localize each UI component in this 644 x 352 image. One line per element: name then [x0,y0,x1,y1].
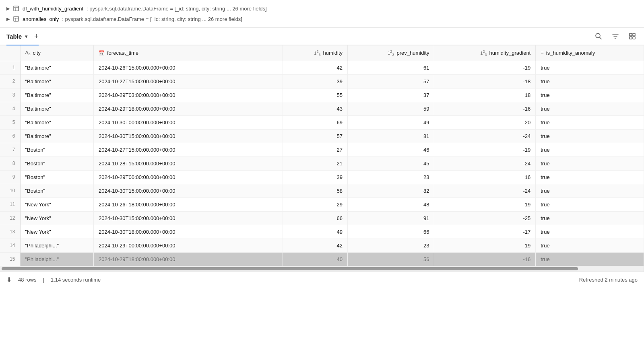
table-row: 11"New York"2024-10-26T18:00:00.000+00:0… [0,198,644,211]
cell-forecast-time: 2024-10-30T15:00:00.000+00:00 [94,211,283,225]
cell-forecast-time: 2024-10-27T15:00:00.000+00:00 [94,74,283,88]
cell-city: "Baltimore" [20,74,94,88]
df-name-1: df_with_humidity_gradient [23,6,83,12]
cell-humidity: 42 [283,61,348,74]
cell-forecast-time: 2024-10-30T00:00:00.000+00:00 [94,115,283,129]
svg-rect-0 [14,6,19,11]
cell-index: 3 [0,88,20,102]
cell-index: 9 [0,170,20,184]
table-view-label: Table [6,33,22,40]
table-row: 1"Baltimore"2024-10-26T15:00:00.000+00:0… [0,61,644,74]
table-row: 13"New York"2024-10-30T18:00:00.000+00:0… [0,225,644,239]
cell-index: 1 [0,61,20,74]
forecast-col-icon: 📅 [99,50,105,56]
cell-city: "Philadelphi..." [20,252,94,266]
cell-prev-humidity: 23 [348,239,434,252]
search-button[interactable] [593,31,604,41]
layout-button[interactable] [627,31,638,41]
cell-index: 14 [0,239,20,252]
col-header-forecast-time[interactable]: 📅 forecast_time [94,45,283,61]
cell-humidity: 57 [283,129,348,143]
table-row: 9"Boston"2024-10-29T00:00:00.000+00:0039… [0,170,644,184]
cell-humidity-gradient: 18 [434,88,536,102]
df-table-icon-1 [13,5,19,12]
cell-index: 6 [0,129,20,143]
cell-forecast-time: 2024-10-30T15:00:00.000+00:00 [94,129,283,143]
cell-humidity-gradient: -24 [434,129,536,143]
cell-forecast-time: 2024-10-30T18:00:00.000+00:00 [94,225,283,239]
cell-is-humidity-anomaly: true [536,211,644,225]
toolbar-right [593,31,638,41]
cell-is-humidity-anomaly: true [536,225,644,239]
cell-index: 8 [0,156,20,170]
cell-forecast-time: 2024-10-30T15:00:00.000+00:00 [94,184,283,198]
view-dropdown-button[interactable]: ▾ [23,33,29,40]
cell-humidity-gradient: 20 [434,115,536,129]
cell-index: 5 [0,115,20,129]
df-type-1: : pyspark.sql.dataframe.DataFrame = [_id… [87,6,267,12]
cell-is-humidity-anomaly: true [536,170,644,184]
svg-rect-11 [633,37,635,39]
col-label-humidity: humidity [323,50,343,56]
cell-humidity: 39 [283,170,348,184]
col-label-prev-humidity: prev_humidity [396,50,429,56]
col-header-index [0,45,20,61]
humidity-col-icon: 123 [314,49,320,57]
city-col-icon: Ac [25,50,31,56]
footer-separator: | [43,277,44,283]
cell-city: "New York" [20,211,94,225]
table-row: 7"Boston"2024-10-27T15:00:00.000+00:0027… [0,143,644,156]
cell-forecast-time: 2024-10-29T18:00:00.000+00:00 [94,252,283,266]
cell-index: 7 [0,143,20,156]
filter-button[interactable] [610,31,621,41]
col-header-humidity[interactable]: 123 humidity [283,45,348,61]
df-table-icon-2 [13,16,19,22]
col-label-is-humidity-anomaly: is_humidity_anomaly [546,50,595,56]
cell-city: "Philadelphi..." [20,239,94,252]
svg-line-7 [600,37,602,39]
cell-humidity: 55 [283,88,348,102]
cell-city: "Boston" [20,170,94,184]
cell-prev-humidity: 45 [348,156,434,170]
cell-humidity-gradient: -17 [434,225,536,239]
df-row-1: ▶ df_with_humidity_gradient : pyspark.sq… [6,3,638,14]
col-header-city[interactable]: Ac city [20,45,94,61]
cell-city: "Baltimore" [20,102,94,115]
cell-index: 12 [0,211,20,225]
table-container[interactable]: Ac city 📅 forecast_time 123 humidity [0,45,644,272]
cell-humidity: 69 [283,115,348,129]
cell-humidity-gradient: -24 [434,156,536,170]
cell-is-humidity-anomaly: true [536,115,644,129]
footer: ⬇ 48 rows | 1.14 seconds runtime Refresh… [0,272,644,288]
df-expand-arrow-1[interactable]: ▶ [6,6,10,11]
cell-city: "Boston" [20,184,94,198]
row-count: 48 rows [18,277,37,283]
cell-forecast-time: 2024-10-26T15:00:00.000+00:00 [94,61,283,74]
cell-city: "Baltimore" [20,88,94,102]
cell-prev-humidity: 57 [348,74,434,88]
table-row: 6"Baltimore"2024-10-30T15:00:00.000+00:0… [0,129,644,143]
refreshed-info: Refreshed 2 minutes ago [579,277,638,283]
cell-is-humidity-anomaly: true [536,156,644,170]
add-view-button[interactable]: + [31,32,42,41]
cell-city: "Boston" [20,156,94,170]
cell-index: 10 [0,184,20,198]
table-row: 5"Baltimore"2024-10-30T00:00:00.000+00:0… [0,115,644,129]
footer-left: ⬇ 48 rows | 1.14 seconds runtime [6,276,101,284]
col-header-humidity-gradient[interactable]: 123 humidity_gradient [434,45,536,61]
col-label-humidity-gradient: humidity_gradient [489,50,531,56]
cell-humidity: 49 [283,225,348,239]
download-button[interactable]: ⬇ [6,276,12,284]
cell-is-humidity-anomaly: true [536,88,644,102]
df-expand-arrow-2[interactable]: ▶ [6,16,10,22]
cell-forecast-time: 2024-10-29T18:00:00.000+00:00 [94,102,283,115]
cell-humidity-gradient: 19 [434,239,536,252]
anomaly-col-icon: ≡ [541,50,544,56]
col-header-is-humidity-anomaly[interactable]: ≡ is_humidity_anomaly [536,45,644,61]
cell-city: "New York" [20,198,94,211]
col-header-prev-humidity[interactable]: 123 prev_humidity [348,45,434,61]
cell-humidity: 29 [283,198,348,211]
cell-is-humidity-anomaly: true [536,184,644,198]
cell-forecast-time: 2024-10-29T00:00:00.000+00:00 [94,170,283,184]
cell-prev-humidity: 37 [348,88,434,102]
